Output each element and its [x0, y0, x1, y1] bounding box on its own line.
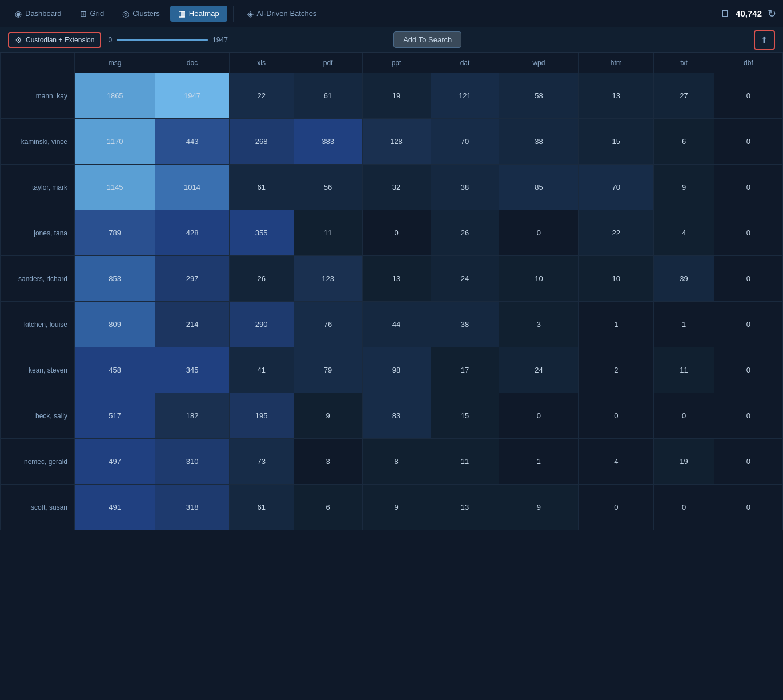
heat-cell[interactable]: 24 [431, 256, 499, 302]
heat-cell[interactable]: 73 [229, 439, 294, 485]
heat-cell[interactable]: 76 [294, 302, 362, 347]
heat-cell[interactable]: 0 [714, 210, 782, 256]
heat-cell[interactable]: 58 [499, 73, 579, 119]
heat-cell[interactable]: 38 [499, 119, 579, 165]
heat-cell[interactable]: 10 [579, 256, 654, 302]
heat-cell[interactable]: 355 [229, 210, 294, 256]
heat-cell[interactable]: 0 [714, 439, 782, 485]
heat-cell[interactable]: 128 [362, 119, 431, 165]
heat-cell[interactable]: 0 [654, 485, 714, 530]
heat-cell[interactable]: 0 [579, 485, 654, 530]
refresh-icon[interactable]: ↻ [768, 7, 776, 20]
heat-cell[interactable]: 318 [155, 485, 229, 530]
heat-cell[interactable]: 182 [155, 393, 229, 439]
heat-cell[interactable]: 0 [714, 165, 782, 210]
heat-cell[interactable]: 11 [294, 210, 362, 256]
heat-cell[interactable]: 4 [654, 210, 714, 256]
heat-cell[interactable]: 8 [362, 439, 431, 485]
heat-cell[interactable]: 443 [155, 119, 229, 165]
heat-cell[interactable]: 26 [229, 256, 294, 302]
heat-cell[interactable]: 491 [75, 485, 155, 530]
heat-cell[interactable]: 268 [229, 119, 294, 165]
heat-cell[interactable]: 0 [714, 485, 782, 530]
heat-cell[interactable]: 1014 [155, 165, 229, 210]
export-button[interactable]: ⬆ [754, 30, 775, 50]
heat-cell[interactable]: 11 [431, 439, 499, 485]
heat-cell[interactable]: 853 [75, 256, 155, 302]
heat-cell[interactable]: 83 [362, 393, 431, 439]
heat-cell[interactable]: 19 [654, 439, 714, 485]
heat-cell[interactable]: 56 [294, 165, 362, 210]
heat-cell[interactable]: 22 [579, 210, 654, 256]
heat-cell[interactable]: 11 [654, 347, 714, 393]
heat-cell[interactable]: 27 [654, 73, 714, 119]
filter-tag[interactable]: ⚙ Custodian + Extension [8, 32, 101, 48]
heat-cell[interactable]: 24 [499, 347, 579, 393]
heat-cell[interactable]: 0 [714, 119, 782, 165]
heat-cell[interactable]: 789 [75, 210, 155, 256]
heat-cell[interactable]: 38 [431, 165, 499, 210]
heat-cell[interactable]: 15 [431, 393, 499, 439]
heat-cell[interactable]: 44 [362, 302, 431, 347]
heat-cell[interactable]: 61 [229, 165, 294, 210]
slider-track[interactable] [117, 39, 208, 41]
heat-cell[interactable]: 0 [714, 256, 782, 302]
heat-cell[interactable]: 1145 [75, 165, 155, 210]
heat-cell[interactable]: 1947 [155, 73, 229, 119]
heat-cell[interactable]: 0 [714, 347, 782, 393]
nav-item-heatmap[interactable]: ▦ Heatmap [170, 6, 227, 22]
heat-cell[interactable]: 9 [362, 485, 431, 530]
heat-cell[interactable]: 517 [75, 393, 155, 439]
heat-cell[interactable]: 0 [499, 210, 579, 256]
heat-cell[interactable]: 22 [229, 73, 294, 119]
heat-cell[interactable]: 2 [579, 347, 654, 393]
heat-cell[interactable]: 6 [294, 485, 362, 530]
heat-cell[interactable]: 39 [654, 256, 714, 302]
heat-cell[interactable]: 1 [579, 302, 654, 347]
heat-cell[interactable]: 297 [155, 256, 229, 302]
heat-cell[interactable]: 1170 [75, 119, 155, 165]
heat-cell[interactable]: 13 [362, 256, 431, 302]
heat-cell[interactable]: 85 [499, 165, 579, 210]
nav-item-dashboard[interactable]: ◉ Dashboard [7, 6, 70, 22]
heat-cell[interactable]: 458 [75, 347, 155, 393]
heat-cell[interactable]: 1865 [75, 73, 155, 119]
heat-cell[interactable]: 79 [294, 347, 362, 393]
heat-cell[interactable]: 13 [579, 73, 654, 119]
heat-cell[interactable]: 123 [294, 256, 362, 302]
heat-cell[interactable]: 1 [499, 439, 579, 485]
heat-cell[interactable]: 1 [654, 302, 714, 347]
heat-cell[interactable]: 26 [431, 210, 499, 256]
heat-cell[interactable]: 13 [431, 485, 499, 530]
heat-cell[interactable]: 9 [654, 165, 714, 210]
heat-cell[interactable]: 41 [229, 347, 294, 393]
heat-cell[interactable]: 61 [229, 485, 294, 530]
heat-cell[interactable]: 98 [362, 347, 431, 393]
heat-cell[interactable]: 0 [714, 302, 782, 347]
heat-cell[interactable]: 0 [579, 393, 654, 439]
heat-cell[interactable]: 383 [294, 119, 362, 165]
heat-cell[interactable]: 9 [294, 393, 362, 439]
heat-cell[interactable]: 9 [499, 485, 579, 530]
heat-cell[interactable]: 38 [431, 302, 499, 347]
heat-cell[interactable]: 0 [362, 210, 431, 256]
heat-cell[interactable]: 70 [431, 119, 499, 165]
heat-cell[interactable]: 497 [75, 439, 155, 485]
nav-item-clusters[interactable]: ◎ Clusters [114, 6, 168, 22]
heat-cell[interactable]: 214 [155, 302, 229, 347]
heat-cell[interactable]: 19 [362, 73, 431, 119]
heat-cell[interactable]: 15 [579, 119, 654, 165]
heat-cell[interactable]: 17 [431, 347, 499, 393]
heat-cell[interactable]: 10 [499, 256, 579, 302]
heat-cell[interactable]: 0 [654, 393, 714, 439]
heat-cell[interactable]: 4 [579, 439, 654, 485]
add-to-search-button[interactable]: Add To Search [393, 31, 461, 48]
heat-cell[interactable]: 121 [431, 73, 499, 119]
heat-cell[interactable]: 0 [714, 393, 782, 439]
heat-cell[interactable]: 61 [294, 73, 362, 119]
heat-cell[interactable]: 0 [714, 73, 782, 119]
heat-cell[interactable]: 32 [362, 165, 431, 210]
heat-cell[interactable]: 310 [155, 439, 229, 485]
heat-cell[interactable]: 70 [579, 165, 654, 210]
heat-cell[interactable]: 3 [294, 439, 362, 485]
